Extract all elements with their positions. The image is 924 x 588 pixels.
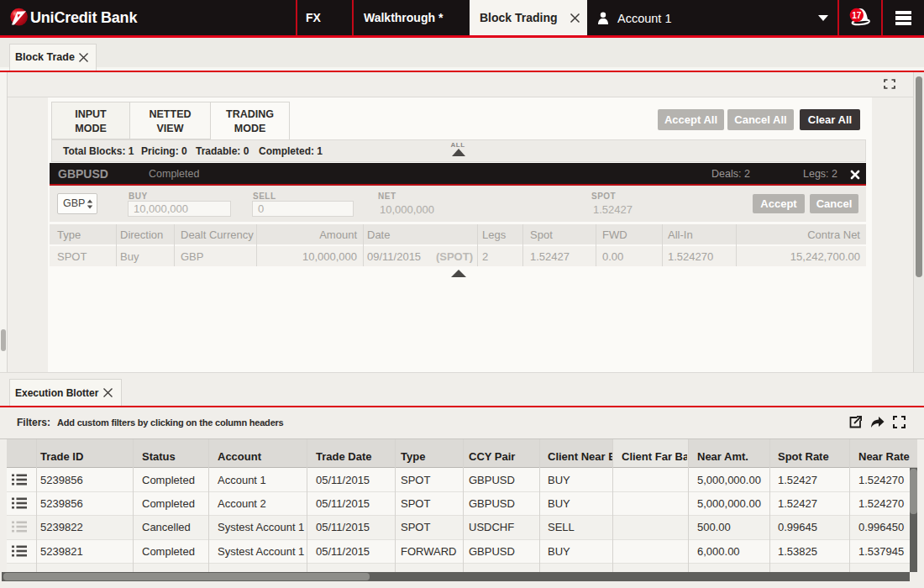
svg-text:17: 17: [852, 11, 862, 20]
